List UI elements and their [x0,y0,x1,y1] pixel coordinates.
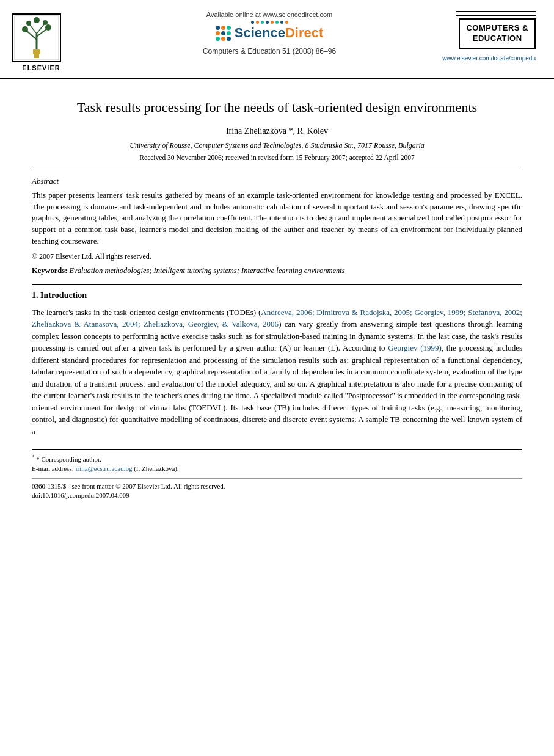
footer-doi: 0360-1315/$ - see front matter © 2007 El… [32,478,522,499]
section1: 1. Introduction The learner's tasks in t… [32,291,522,438]
svg-rect-12 [34,52,39,58]
section-divider [32,284,522,285]
keywords-line: Keywords: Evaluation methodologies; Inte… [32,266,522,275]
header: ELSEVIER Available online at www.science… [0,0,554,79]
elsevier-label: ELSEVIER [12,64,70,71]
email-address: irina@ecs.ru.acad.bg [75,465,132,472]
header-center: Available online at www.sciencedirect.co… [82,11,456,56]
corresponding-author-note: * * Corresponding author. [32,454,522,463]
authors-text: Irina Zheliazkova *, R. Kolev [226,126,328,136]
svg-point-9 [43,20,48,25]
email-footnote: E-mail address: irina@ecs.ru.acad.bg (I.… [32,465,522,472]
available-online-text: Available online at www.sciencedirect.co… [206,11,332,18]
issn-line: 0360-1315/$ - see front matter © 2007 El… [32,482,522,490]
email-suffix: (I. Zheliazkova). [134,465,179,472]
affiliation: University of Rousse, Computer Systems a… [44,141,510,150]
ce-title-line1: COMPUTERS & [466,23,528,34]
section1-heading: 1. Introduction [32,291,522,300]
abstract-heading: Abstract [32,176,522,186]
ce-title-line2: EDUCATION [466,34,528,44]
main-content: Task results processing for the needs of… [0,79,554,513]
title-divider [32,170,522,170]
elsevier-logo: ELSEVIER [12,13,70,71]
computers-education-box: COMPUTERS & EDUCATION [459,18,536,49]
www-line: www.elsevier.com/locate/compedu [442,55,536,62]
received-dates: Received 30 November 2006; received in r… [44,154,510,161]
sciencedirect-name: ScienceDirect [235,25,324,41]
svg-point-10 [34,17,40,23]
journal-name: Computers & Education 51 (2008) 86–96 [203,47,336,56]
doi-line: doi:10.1016/j.compedu.2007.04.009 [32,492,522,499]
footer-section: * * Corresponding author. E-mail address… [32,449,522,499]
ref-georgiev: Georgiev (1999) [388,343,442,352]
keywords-values: Evaluation methodologies; Intelligent tu… [69,266,344,275]
sciencedirect-logo: ScienceDirect [216,21,324,41]
ref-andreeva: Andreeva, 2006; Dimitrova & Radojska, 20… [32,308,522,329]
header-right: COMPUTERS & EDUCATION www.elsevier.com/l… [456,11,536,62]
article-title: Task results processing for the needs of… [44,98,510,117]
keywords-label: Keywords: [32,266,67,275]
authors: Irina Zheliazkova *, R. Kolev [44,126,510,136]
section1-paragraph1: The learner's tasks in the task-oriented… [32,307,522,438]
email-label: E-mail address: [32,465,74,472]
svg-point-8 [26,21,31,26]
svg-point-6 [22,26,28,32]
copyright-line: © 2007 Elsevier Ltd. All rights reserved… [32,252,522,261]
abstract-section: Abstract This paper presents learners' t… [32,176,522,275]
svg-point-7 [45,24,51,31]
page: ELSEVIER Available online at www.science… [0,0,554,756]
abstract-text: This paper presents learners' task resul… [32,190,522,247]
title-section: Task results processing for the needs of… [32,98,522,161]
